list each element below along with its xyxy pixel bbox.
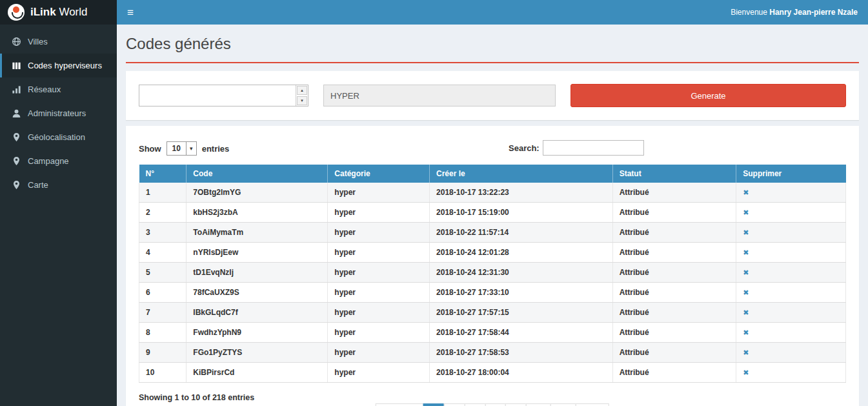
delete-icon[interactable]: ✖ [743, 208, 749, 216]
table-row: 5 tD1EvqNzlj hyper 2018-10-24 12:31:30 A… [139, 263, 846, 283]
codes-table: N° Code Catégorie Créer le Statut Suppri… [139, 165, 846, 383]
pagination-next[interactable]: Next [576, 403, 609, 406]
category-field[interactable] [323, 85, 556, 107]
brand[interactable]: iLink World [0, 0, 117, 25]
pagination-previous[interactable]: Previous [376, 403, 424, 406]
cell-num: 9 [139, 343, 187, 363]
table-row: 3 ToAiMymaTm hyper 2018-10-22 11:57:14 A… [139, 223, 846, 243]
header-created[interactable]: Créer le [430, 165, 613, 183]
sidebar-item-campagne[interactable]: Campagne [0, 149, 117, 173]
cell-status: Attribué [612, 303, 736, 323]
pagination: Previous 1 2 3 4 5 … 22 Next [376, 403, 609, 406]
cell-code: kbHS2j3zbA [187, 203, 328, 223]
quantity-input[interactable] [139, 85, 296, 106]
cell-created: 2018-10-17 13:22:23 [430, 183, 613, 203]
cell-num: 3 [139, 223, 187, 243]
search-label: Search: [509, 143, 540, 153]
pagination-page-2[interactable]: 2 [443, 403, 465, 406]
delete-icon[interactable]: ✖ [743, 228, 749, 236]
table-row: 2 kbHS2j3zbA hyper 2018-10-17 15:19:00 A… [139, 203, 846, 223]
pagination-page-1[interactable]: 1 [423, 403, 444, 406]
cell-status: Attribué [612, 243, 736, 263]
cell-num: 5 [139, 263, 187, 283]
sidebar-item-codes-hyperviseurs[interactable]: Codes hyperviseurs [0, 54, 117, 77]
cell-code: 78fCaUXZ9S [187, 283, 328, 303]
sidebar-item-label: Codes hyperviseurs [28, 61, 102, 70]
pagination-page-22[interactable]: 22 [550, 403, 576, 406]
user-icon [12, 108, 21, 118]
pagination-page-3[interactable]: 3 [464, 403, 485, 406]
top-bar: iLink World ≡ Bienvenue Hanry Jean-pierr… [0, 0, 868, 25]
cell-status: Attribué [612, 343, 736, 363]
cell-num: 2 [139, 203, 187, 223]
header-code[interactable]: Code [187, 165, 328, 183]
cell-num: 6 [139, 283, 187, 303]
cell-delete: ✖ [736, 203, 846, 223]
cell-category: hyper [328, 343, 430, 363]
sidebar-item-label: Réseaux [28, 85, 61, 94]
header-delete[interactable]: Supprimer [736, 165, 846, 183]
cell-category: hyper [328, 263, 430, 283]
table-row: 6 78fCaUXZ9S hyper 2018-10-27 17:33:10 A… [139, 283, 846, 303]
pagination-page-4[interactable]: 4 [485, 403, 506, 406]
sidebar-item-label: Villes [28, 37, 48, 46]
delete-icon[interactable]: ✖ [743, 249, 749, 256]
chevron-down-icon: ▾ [186, 142, 196, 155]
delete-icon[interactable]: ✖ [743, 269, 749, 276]
cell-status: Attribué [612, 263, 736, 283]
sidebar-item-geolocalisation[interactable]: Géolocalisation [0, 125, 117, 149]
cell-num: 8 [139, 323, 187, 343]
cell-code: nYRlsDjEew [187, 243, 328, 263]
cell-category: hyper [328, 323, 430, 343]
welcome-user: Hanry Jean-pierre Nzale [769, 8, 858, 17]
header-num[interactable]: N° [139, 165, 187, 183]
delete-icon[interactable]: ✖ [743, 349, 749, 356]
pagination-page-5[interactable]: 5 [505, 403, 527, 406]
hamburger-menu-icon[interactable]: ≡ [127, 7, 134, 18]
table-row: 4 nYRlsDjEew hyper 2018-10-24 12:01:28 A… [139, 243, 846, 263]
page-title: Codes générés [126, 35, 859, 53]
cell-status: Attribué [612, 203, 736, 223]
signal-icon [12, 85, 21, 94]
header-status[interactable]: Statut [612, 165, 736, 183]
delete-icon[interactable]: ✖ [743, 329, 749, 336]
delete-icon[interactable]: ✖ [743, 188, 749, 196]
cell-created: 2018-10-27 17:58:53 [430, 343, 613, 363]
delete-icon[interactable]: ✖ [743, 369, 749, 376]
cell-status: Attribué [612, 223, 736, 243]
cell-category: hyper [328, 363, 430, 383]
cell-delete: ✖ [736, 323, 846, 343]
cell-code: IBkGLqdC7f [187, 303, 328, 323]
page-length-select[interactable]: 10 ▾ [167, 141, 197, 156]
code-generator-panel: ▲ ▼ Generate [126, 71, 859, 120]
header-category[interactable]: Catégorie [328, 165, 430, 183]
cell-num: 10 [139, 363, 187, 383]
bars-icon [12, 61, 21, 70]
search-input[interactable] [543, 140, 644, 156]
cell-status: Attribué [612, 323, 736, 343]
cell-delete: ✖ [736, 303, 846, 323]
table-row: 8 FwdhzYphN9 hyper 2018-10-27 17:58:44 A… [139, 323, 846, 343]
cell-created: 2018-10-24 12:01:28 [430, 243, 613, 263]
sidebar-item-carte[interactable]: Carte [0, 173, 117, 197]
cell-delete: ✖ [736, 183, 846, 203]
cell-delete: ✖ [736, 343, 846, 363]
cell-category: hyper [328, 283, 430, 303]
stepper-down-icon[interactable]: ▼ [297, 96, 307, 105]
cell-delete: ✖ [736, 263, 846, 283]
sidebar-item-villes[interactable]: Villes [0, 30, 117, 54]
showing-entries-text: Showing 1 to 10 of 218 entries [139, 392, 846, 402]
sidebar-item-administrateurs[interactable]: Administrateurs [0, 101, 117, 125]
cell-created: 2018-10-24 12:31:30 [430, 263, 613, 283]
cell-category: hyper [328, 203, 430, 223]
sidebar-item-reseaux[interactable]: Réseaux [0, 77, 117, 101]
cell-category: hyper [328, 243, 430, 263]
search-control: Search: [509, 140, 644, 156]
delete-icon[interactable]: ✖ [743, 289, 749, 296]
stepper-up-icon[interactable]: ▲ [297, 86, 307, 95]
cell-created: 2018-10-27 17:58:44 [430, 323, 613, 343]
generate-button[interactable]: Generate [570, 84, 846, 107]
map-marker-icon [12, 180, 21, 190]
delete-icon[interactable]: ✖ [743, 309, 749, 316]
brand-name: iLink World [30, 6, 88, 19]
